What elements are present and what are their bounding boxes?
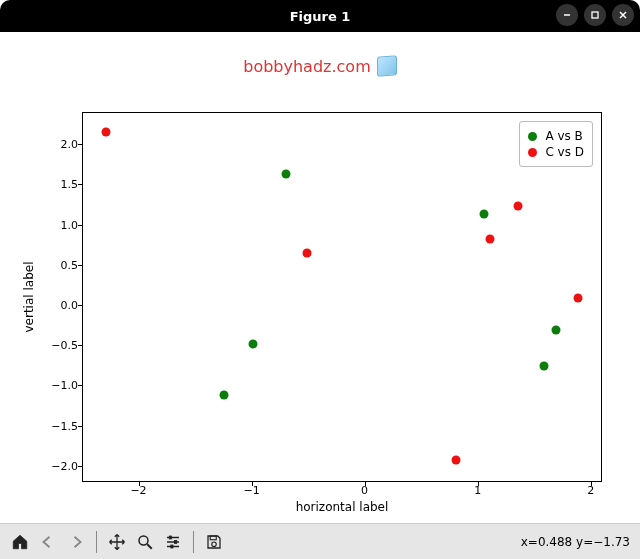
window-titlebar: Figure 1	[0, 0, 640, 32]
x-tick-label: 2	[587, 484, 594, 497]
legend: A vs B C vs D	[519, 121, 593, 167]
toolbar-separator	[96, 531, 97, 553]
x-tick-label: −2	[130, 484, 146, 497]
svg-rect-11	[171, 545, 173, 548]
y-tick-label: 0.5	[34, 258, 78, 271]
legend-label: A vs B	[545, 129, 582, 143]
svg-line-5	[147, 544, 152, 549]
svg-rect-1	[592, 12, 598, 18]
data-point	[282, 170, 291, 179]
x-tick-label: 0	[361, 484, 368, 497]
y-tick	[78, 385, 83, 386]
data-point	[540, 362, 549, 371]
y-tick-label: 2.0	[34, 138, 78, 151]
data-point	[480, 209, 489, 218]
data-point	[551, 326, 560, 335]
cursor-coord-readout: x=0.488 y=−1.73	[521, 535, 630, 549]
y-tick	[78, 265, 83, 266]
y-tick-label: 1.0	[34, 218, 78, 231]
data-point	[248, 339, 257, 348]
y-tick	[78, 305, 83, 306]
y-tick	[78, 225, 83, 226]
window-controls	[556, 4, 634, 26]
save-button[interactable]	[200, 528, 228, 556]
y-tick	[78, 426, 83, 427]
data-point	[101, 127, 110, 136]
minimize-button[interactable]	[556, 4, 578, 26]
figure-canvas[interactable]: bobbyhadz.com vertial label horizontal l…	[0, 32, 640, 523]
back-button[interactable]	[34, 528, 62, 556]
chart-title: bobbyhadz.com	[0, 56, 640, 76]
y-tick-label: −1.5	[34, 419, 78, 432]
close-button[interactable]	[612, 4, 634, 26]
x-tick-label: 1	[474, 484, 481, 497]
y-tick	[78, 184, 83, 185]
chart-title-text: bobbyhadz.com	[243, 57, 370, 76]
legend-marker-red	[528, 148, 537, 157]
y-tick-label: −1.0	[34, 379, 78, 392]
maximize-button[interactable]	[584, 4, 606, 26]
svg-rect-9	[169, 536, 171, 539]
toolbar-separator	[193, 531, 194, 553]
ice-cube-icon	[377, 55, 397, 76]
plot-area[interactable]: A vs B C vs D	[82, 112, 602, 482]
legend-item: A vs B	[528, 129, 584, 143]
y-tick	[78, 345, 83, 346]
data-point	[485, 235, 494, 244]
data-point	[514, 201, 523, 210]
y-tick-label: −2.0	[34, 459, 78, 472]
y-tick	[78, 466, 83, 467]
x-axis-label: horizontal label	[82, 500, 602, 514]
home-button[interactable]	[6, 528, 34, 556]
svg-point-13	[212, 542, 217, 547]
zoom-button[interactable]	[131, 528, 159, 556]
svg-rect-12	[210, 536, 216, 540]
svg-rect-10	[175, 540, 177, 543]
legend-item: C vs D	[528, 145, 584, 159]
y-tick	[78, 144, 83, 145]
x-tick-label: −1	[243, 484, 259, 497]
data-point	[220, 390, 229, 399]
forward-button[interactable]	[62, 528, 90, 556]
legend-label: C vs D	[545, 145, 584, 159]
y-tick-label: −0.5	[34, 339, 78, 352]
data-point	[302, 248, 311, 257]
data-point	[452, 456, 461, 465]
configure-subplots-button[interactable]	[159, 528, 187, 556]
mpl-toolbar: x=0.488 y=−1.73	[0, 523, 640, 559]
window-title: Figure 1	[290, 9, 351, 24]
y-tick-label: 1.5	[34, 178, 78, 191]
pan-button[interactable]	[103, 528, 131, 556]
y-tick-label: 0.0	[34, 299, 78, 312]
svg-point-4	[139, 536, 148, 545]
data-point	[574, 294, 583, 303]
legend-marker-green	[528, 132, 537, 141]
